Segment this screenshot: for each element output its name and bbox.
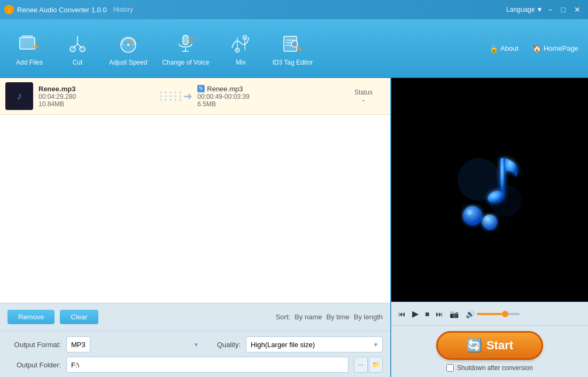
title-bar-controls: Language ▼ − □ ✕ — [506, 4, 584, 15]
about-button[interactable]: 🔒 About — [485, 42, 523, 55]
preview-area — [391, 78, 588, 302]
volume-slider[interactable] — [477, 313, 520, 315]
output-time: 00:00:49-00:03:39 — [197, 93, 337, 100]
right-panel: ⏮ ▶ ■ ⏭ 📷 🔊 🔄 Start Shutdown after conve… — [390, 78, 588, 377]
mix-button[interactable]: Mix — [216, 27, 265, 70]
folder-input[interactable] — [66, 357, 349, 373]
format-select-wrapper: MP3 — [66, 336, 203, 352]
play-button[interactable]: ▶ — [411, 307, 420, 320]
svg-point-36 — [485, 216, 489, 221]
quality-label: Quality: — [217, 341, 241, 349]
sort-by-length[interactable]: By length — [354, 313, 383, 321]
cut-icon — [65, 31, 90, 57]
convert-arrow: ➜ — [160, 90, 192, 103]
music-preview-icon — [436, 137, 543, 244]
status-header: Status — [342, 89, 385, 96]
sort-area: Sort: By name By time By length — [276, 313, 383, 321]
folder-label: Output Folder: — [7, 361, 61, 369]
speed-icon — [115, 31, 141, 57]
add-files-icon — [17, 31, 42, 57]
add-files-label: Add Files — [16, 59, 43, 66]
maximize-button[interactable]: □ — [558, 4, 569, 15]
history-link[interactable]: History — [113, 6, 133, 13]
quality-select[interactable]: High(Larger file size) — [246, 336, 383, 352]
stop-button[interactable]: ■ — [423, 308, 431, 320]
browse-folder-button[interactable]: ··· — [354, 357, 368, 373]
sort-label: Sort: — [276, 313, 290, 321]
svg-line-6 — [73, 44, 78, 48]
shutdown-label: Shutdown after conversion — [457, 364, 533, 372]
change-voice-label: Change of Voice — [162, 59, 209, 66]
file-size: 10.84MB — [38, 100, 154, 108]
toolbar: Add Files Cut Adjust Spee — [0, 19, 588, 78]
lock-icon: 🔒 — [489, 44, 498, 53]
screenshot-button[interactable]: 📷 — [448, 308, 460, 320]
change-voice-button[interactable]: Change of Voice — [154, 27, 216, 70]
volume-thumb — [502, 311, 508, 317]
folder-buttons: ··· 📁 — [354, 357, 383, 373]
sort-by-name[interactable]: By name — [295, 313, 322, 321]
remove-button[interactable]: Remove — [7, 310, 55, 324]
adjust-speed-label: Adjust Speed — [109, 59, 147, 66]
edit-icon[interactable]: ✎ — [197, 85, 205, 92]
home-icon: 🏠 — [532, 44, 541, 53]
start-button[interactable]: 🔄 Start — [436, 331, 543, 360]
volume-fill — [477, 313, 502, 315]
svg-rect-1 — [22, 35, 33, 37]
format-label: Output Format: — [7, 341, 61, 349]
output-area: Output Format: MP3 Quality: High(Larger … — [0, 331, 390, 377]
file-thumbnail: ♪ — [5, 82, 33, 110]
sort-by-time[interactable]: By time — [326, 313, 349, 321]
output-size: 6.5MB — [197, 100, 337, 108]
adjust-speed-button[interactable]: Adjust Speed — [102, 27, 154, 70]
svg-rect-31 — [500, 158, 505, 195]
open-folder-button[interactable]: 📁 — [369, 357, 383, 373]
table-row: ♪ Renee.mp3 00:04:29.280 10.84MB ➜ — [0, 78, 390, 115]
clear-button[interactable]: Clear — [60, 310, 98, 324]
toolbar-right: 🔒 About 🏠 HomePage — [485, 42, 583, 55]
bottom-bar: Remove Clear Sort: By name By time By le… — [0, 303, 390, 331]
svg-point-33 — [463, 206, 482, 225]
start-label: Start — [486, 339, 513, 352]
title-bar: ♪ Renee Audio Converter 1.0.0 History La… — [0, 0, 588, 19]
mix-label: Mix — [236, 59, 246, 66]
output-name-row: ✎ Renee.mp3 — [197, 85, 337, 93]
add-files-button[interactable]: Add Files — [5, 27, 53, 70]
svg-rect-14 — [183, 35, 188, 45]
mix-icon — [228, 31, 253, 57]
output-file-name: Renee.mp3 — [207, 85, 243, 93]
skip-forward-button[interactable]: ⏭ — [434, 308, 445, 320]
homepage-button[interactable]: 🏠 HomePage — [528, 42, 583, 55]
shutdown-checkbox[interactable] — [446, 364, 454, 372]
language-button[interactable]: Language ▼ — [506, 4, 543, 15]
left-panel: ♪ Renee.mp3 00:04:29.280 10.84MB ➜ — [0, 78, 390, 377]
skip-back-button[interactable]: ⏮ — [397, 308, 407, 320]
svg-line-7 — [78, 44, 82, 48]
format-row: Output Format: MP3 Quality: High(Larger … — [7, 336, 383, 352]
file-status: Status - — [342, 89, 385, 104]
start-refresh-icon: 🔄 — [466, 338, 482, 353]
status-value: - — [342, 96, 385, 104]
main-layout: ♪ Renee.mp3 00:04:29.280 10.84MB ➜ — [0, 78, 588, 377]
svg-point-11 — [127, 44, 129, 46]
dot-grid-icon — [160, 91, 182, 101]
file-list: ♪ Renee.mp3 00:04:29.280 10.84MB ➜ — [0, 78, 390, 303]
start-area: 🔄 Start Shutdown after conversion — [391, 325, 588, 377]
id3-tag-editor-button[interactable]: ID3 Tag Editor — [265, 27, 320, 70]
volume-icon: 🔊 — [466, 310, 475, 318]
file-duration: 00:04:29.280 — [38, 93, 154, 100]
cut-button[interactable]: Cut — [53, 27, 102, 70]
id3-icon — [280, 31, 305, 57]
close-button[interactable]: ✕ — [571, 4, 584, 15]
app-title: Renee Audio Converter 1.0.0 — [17, 6, 107, 14]
file-info: Renee.mp3 00:04:29.280 10.84MB — [38, 85, 154, 108]
format-select[interactable]: MP3 — [66, 336, 90, 352]
shutdown-row: Shutdown after conversion — [446, 364, 533, 372]
music-thumbnail-icon: ♪ — [10, 87, 29, 106]
app-logo: ♪ — [4, 5, 14, 14]
title-bar-left: ♪ Renee Audio Converter 1.0.0 History — [4, 5, 133, 14]
voice-icon — [173, 31, 198, 57]
minimize-button[interactable]: − — [545, 4, 555, 15]
file-output: ✎ Renee.mp3 00:00:49-00:03:39 6.5MB — [197, 85, 337, 108]
svg-point-35 — [467, 210, 472, 215]
